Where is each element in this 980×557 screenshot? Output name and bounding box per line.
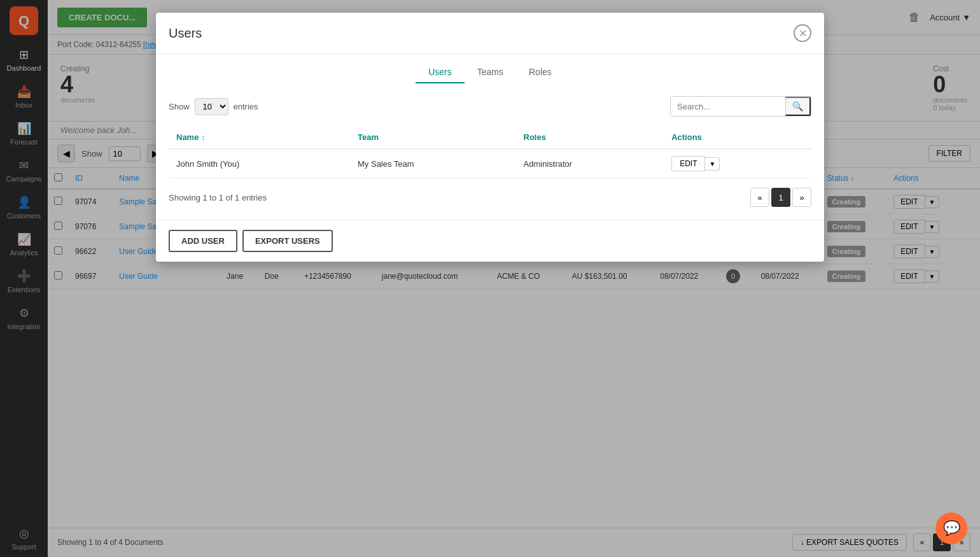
- modal-search-button[interactable]: 🔍: [785, 97, 811, 116]
- tab-roles[interactable]: Roles: [516, 62, 564, 83]
- sort-icon: ↕: [201, 133, 205, 142]
- modal-col-actions: Actions: [664, 126, 811, 149]
- modal-entries-label: entries: [234, 102, 258, 111]
- tab-users[interactable]: Users: [416, 62, 465, 83]
- modal-showing-info: Showing 1 to 1 of 1 entries: [169, 193, 267, 202]
- modal-table-row: John Smith (You) My Sales Team Administr…: [169, 149, 811, 178]
- export-users-button[interactable]: EXPORT USERS: [242, 230, 333, 252]
- modal-col-name: Name ↕: [169, 126, 350, 149]
- modal-edit-button[interactable]: EDIT: [671, 156, 705, 171]
- modal-show-label: Show: [169, 102, 190, 111]
- users-modal: Users ✕ Users Teams Roles Show 10 25 50 …: [156, 13, 824, 262]
- modal-page-next[interactable]: »: [792, 188, 811, 207]
- modal-search-input[interactable]: [671, 99, 785, 115]
- modal-overlay: Users ✕ Users Teams Roles Show 10 25 50 …: [0, 0, 980, 557]
- modal-show-select[interactable]: 10 25 50: [195, 98, 228, 115]
- modal-row-roles: Administrator: [516, 149, 664, 178]
- modal-col-team: Team: [350, 126, 516, 149]
- modal-actions: ADD USER EXPORT USERS: [156, 220, 824, 262]
- modal-table-controls: Show 10 25 50 entries 🔍: [169, 96, 811, 116]
- modal-page-first[interactable]: «: [750, 188, 769, 207]
- modal-header: Users ✕: [156, 13, 824, 54]
- modal-row-actions: EDIT▼: [664, 149, 811, 178]
- modal-tabs: Users Teams Roles: [156, 54, 824, 83]
- modal-show: Show 10 25 50 entries: [169, 98, 258, 115]
- modal-col-roles: Roles: [516, 126, 664, 149]
- modal-footer-row: Showing 1 to 1 of 1 entries « 1 »: [169, 188, 811, 207]
- modal-row-team: My Sales Team: [350, 149, 516, 178]
- modal-row-name: John Smith (You): [169, 149, 350, 178]
- modal-title: Users: [169, 26, 202, 41]
- modal-pagination: « 1 »: [750, 188, 811, 207]
- modal-search: 🔍: [670, 96, 811, 116]
- modal-page-1[interactable]: 1: [771, 188, 790, 207]
- modal-users-table: Name ↕ Team Roles Actions John Smith (Yo…: [169, 126, 811, 178]
- modal-edit-dropdown-button[interactable]: ▼: [705, 157, 720, 171]
- modal-close-button[interactable]: ✕: [794, 24, 811, 42]
- modal-body: Show 10 25 50 entries 🔍: [156, 83, 824, 220]
- add-user-button[interactable]: ADD USER: [169, 230, 237, 252]
- tab-teams[interactable]: Teams: [465, 62, 516, 83]
- chat-button[interactable]: 💬: [935, 512, 967, 544]
